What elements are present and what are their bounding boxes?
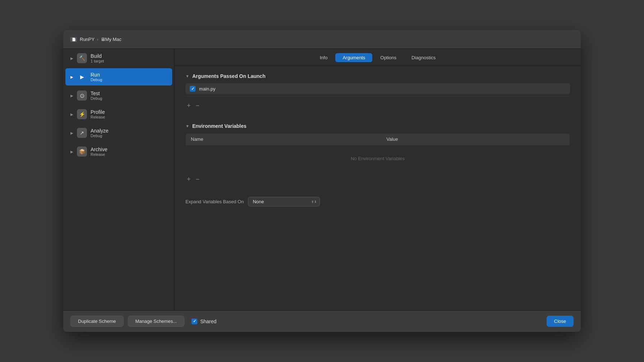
analyze-sub: Debug [91, 134, 109, 138]
run-chevron: ▶ [70, 75, 74, 79]
args-section-title: Arguments Passed On Launch [192, 73, 266, 79]
env-col-name: Name [186, 134, 382, 145]
analyze-icon: ↗ [77, 128, 87, 138]
expand-variables-row: Expand Variables Based On None Run Test … [185, 197, 570, 206]
arg-checkbox-0[interactable] [190, 86, 196, 92]
tab-diagnostics[interactable]: Diagnostics [404, 53, 443, 62]
archive-icon: 📦 [77, 147, 87, 157]
tab-bar: Info Arguments Options Diagnostics [175, 49, 581, 66]
tab-options[interactable]: Options [373, 53, 404, 62]
run-name: Run [91, 72, 102, 78]
arg-row-0: main.py [185, 83, 570, 94]
sidebar-item-build[interactable]: ▶ 🔨 Build 1 target [65, 50, 172, 67]
archive-chevron: ▶ [70, 150, 74, 154]
shared-checkbox[interactable] [192, 319, 197, 324]
device-name: My Mac [105, 37, 122, 42]
analyze-chevron: ▶ [70, 131, 74, 135]
profile-name: Profile [91, 109, 105, 115]
no-env-row: No Environment Variables [186, 145, 570, 172]
env-table: Name Value No Environment Variables [185, 133, 570, 172]
env-add-button[interactable]: + [187, 176, 191, 182]
test-chevron: ▶ [70, 94, 74, 98]
sidebar-item-profile[interactable]: ▶ ⚡ Profile Release [65, 106, 172, 123]
profile-chevron: ▶ [70, 112, 74, 116]
run-icon: ▶ [77, 72, 87, 82]
close-button[interactable]: Close [547, 316, 574, 327]
env-section: ▼ Environment Variables Name Value [185, 123, 570, 186]
expand-variables-label: Expand Variables Based On [185, 199, 244, 204]
project-icon: 📄 [70, 37, 77, 42]
expand-variables-wrapper: None Run Test Profile Analyze Archive [248, 197, 320, 206]
test-name: Test [91, 90, 102, 96]
build-icon: 🔨 [77, 53, 87, 63]
build-chevron: ▶ [70, 56, 74, 60]
manage-schemes-button[interactable]: Manage Schemes... [128, 316, 185, 327]
build-name: Build [91, 53, 104, 59]
duplicate-scheme-button[interactable]: Duplicate Scheme [70, 316, 124, 327]
expand-variables-select[interactable]: None Run Test Profile Analyze Archive [248, 197, 320, 206]
arg-value-0: main.py [199, 86, 216, 92]
env-triangle-icon: ▼ [185, 124, 189, 128]
sidebar-item-run[interactable]: ▶ ▶ Run Debug [65, 68, 172, 85]
args-add-remove-bar: + − [185, 99, 570, 112]
sidebar-item-analyze[interactable]: ▶ ↗ Analyze Debug [65, 124, 172, 141]
run-sub: Debug [91, 78, 102, 82]
test-icon: ⊙ [77, 90, 87, 101]
env-remove-button[interactable]: − [196, 176, 200, 182]
profile-icon: ⚡ [77, 109, 87, 119]
bottom-bar: Duplicate Scheme Manage Schemes... Share… [63, 310, 581, 332]
args-remove-button[interactable]: − [196, 102, 200, 109]
args-add-button[interactable]: + [187, 102, 191, 109]
scheme-editor-window: 📄 RunPY › 🖥 My Mac ▶ 🔨 Build 1 target ▶ … [63, 30, 581, 332]
profile-sub: Release [91, 115, 105, 119]
test-sub: Debug [91, 96, 102, 101]
main-content: ▶ 🔨 Build 1 target ▶ ▶ Run Debug ▶ ⊙ [63, 49, 581, 310]
tab-arguments[interactable]: Arguments [335, 53, 372, 62]
arguments-section: ▼ Arguments Passed On Launch main.py + − [185, 73, 570, 112]
analyze-name: Analyze [91, 128, 109, 134]
sidebar-item-test[interactable]: ▶ ⊙ Test Debug [65, 87, 172, 104]
content-scroll: ▼ Arguments Passed On Launch main.py + − [175, 66, 581, 310]
shared-label: Shared [200, 319, 216, 324]
no-env-message: No Environment Variables [186, 145, 570, 172]
archive-name: Archive [91, 147, 107, 152]
args-triangle-icon: ▼ [185, 74, 189, 78]
content-area: Info Arguments Options Diagnostics ▼ Arg… [175, 49, 581, 310]
titlebar: 📄 RunPY › 🖥 My Mac [63, 30, 581, 49]
project-name: RunPY [80, 37, 95, 42]
env-add-remove-bar: + − [185, 172, 570, 186]
titlebar-chevron: › [97, 37, 98, 42]
env-section-title: Environment Variables [192, 123, 247, 129]
tab-info[interactable]: Info [313, 53, 335, 62]
sidebar-item-archive[interactable]: ▶ 📦 Archive Release [65, 143, 172, 160]
shared-area: Shared [192, 319, 216, 324]
archive-sub: Release [91, 152, 107, 157]
args-divider [185, 96, 570, 97]
build-sub: 1 target [91, 59, 104, 63]
device-icon: 🖥 [101, 37, 105, 42]
env-col-value: Value [381, 134, 570, 145]
sidebar: ▶ 🔨 Build 1 target ▶ ▶ Run Debug ▶ ⊙ [63, 49, 175, 310]
